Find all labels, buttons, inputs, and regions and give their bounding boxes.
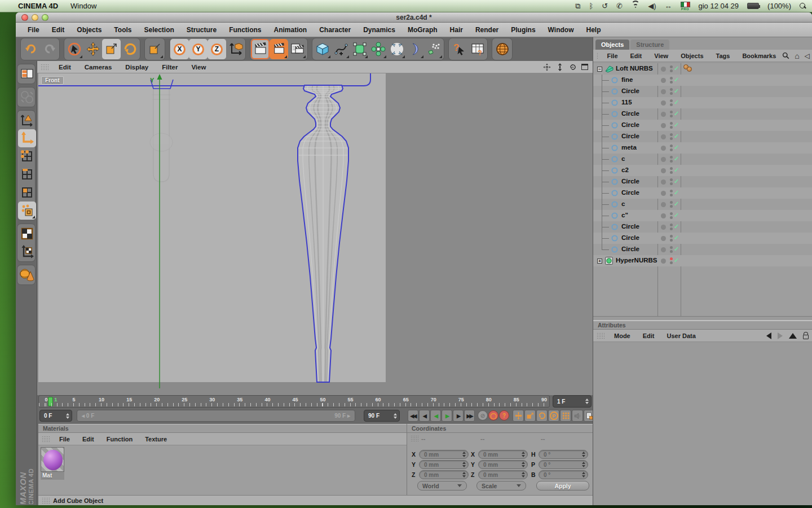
editor-visibility-dot[interactable] — [670, 190, 673, 192]
object-label[interactable]: meta — [621, 144, 637, 151]
layer-dot[interactable] — [661, 134, 666, 139]
object-label[interactable]: Circle — [621, 234, 639, 241]
layer-dot[interactable] — [661, 100, 666, 106]
volume-icon[interactable]: ◀) — [648, 2, 656, 10]
menu-help[interactable]: Help — [580, 26, 607, 34]
render-visibility-dot[interactable] — [670, 171, 673, 174]
add-nurbs-button[interactable] — [350, 39, 369, 59]
viewport-view-label[interactable]: Front — [41, 76, 64, 85]
layer-dot[interactable] — [661, 247, 666, 252]
enabled-check-icon[interactable]: ✓ — [674, 110, 679, 117]
home-icon[interactable]: ⌂ — [795, 51, 799, 60]
object-row-hypernurbs[interactable]: +HyperNURBS✓ — [593, 255, 812, 266]
key-pla-button[interactable] — [560, 410, 571, 422]
apply-button[interactable]: Apply — [536, 481, 589, 491]
enabled-check-icon[interactable]: ✓ — [674, 76, 679, 84]
layer-dot[interactable] — [661, 123, 666, 128]
rotation-b-field[interactable]: 0 ° — [539, 470, 588, 479]
enabled-check-icon[interactable]: ✓ — [674, 167, 679, 174]
time-machine-icon[interactable]: ↺ — [602, 2, 608, 10]
object-label[interactable]: Circle — [621, 246, 639, 252]
move-tool-button[interactable] — [83, 39, 102, 59]
scale-z-field[interactable]: 0 mm — [478, 470, 528, 479]
render-visibility-dot[interactable] — [670, 103, 673, 106]
menu-file[interactable]: File — [21, 26, 46, 34]
editor-visibility-dot[interactable] — [670, 178, 673, 181]
menu-window[interactable]: Window — [542, 26, 580, 34]
object-tag-icon[interactable] — [687, 67, 692, 72]
timeline-ruler[interactable]: 0151015202530354045505560657075808590 — [38, 395, 550, 408]
editor-visibility-dot[interactable] — [670, 257, 673, 260]
enabled-check-icon[interactable]: ✓ — [674, 178, 679, 185]
coordinate-system-dropdown[interactable]: World — [417, 481, 467, 491]
object-label[interactable]: c" — [621, 212, 628, 218]
menubar-item-window[interactable]: Window — [70, 2, 96, 10]
object-row-circle[interactable]: Circle✓ — [593, 233, 812, 244]
render-visibility-dot[interactable] — [670, 126, 673, 129]
attributes-menu-edit[interactable]: Edit — [637, 332, 661, 339]
editor-visibility-dot[interactable] — [670, 111, 673, 113]
object-row-circle[interactable]: Circle✓ — [593, 187, 812, 199]
coordinate-system-button[interactable] — [226, 39, 245, 59]
objects-menu-objects[interactable]: Objects — [674, 52, 709, 59]
viewport-maximize-icon[interactable] — [581, 64, 588, 70]
add-particles-button[interactable] — [387, 39, 406, 59]
object-row-meta[interactable]: meta✓ — [593, 142, 812, 154]
rotation-h-field[interactable]: 0 ° — [539, 450, 588, 459]
object-row-circle[interactable]: Circle✓ — [593, 131, 812, 142]
lock-x-axis-button[interactable]: X — [170, 39, 189, 59]
layer-dot[interactable] — [661, 225, 666, 230]
object-row-c-[interactable]: c"✓ — [593, 210, 812, 221]
add-deformer-button[interactable] — [406, 39, 425, 59]
layer-dot[interactable] — [661, 78, 666, 83]
editor-visibility-dot[interactable] — [670, 99, 673, 102]
battery-icon[interactable] — [747, 3, 759, 9]
enabled-check-icon[interactable]: ✓ — [674, 87, 679, 95]
add-modeling-object-button[interactable] — [369, 39, 387, 59]
enabled-check-icon[interactable]: ✓ — [674, 189, 679, 196]
rotate-tool-button[interactable] — [121, 39, 139, 59]
history-back-icon[interactable] — [766, 332, 771, 339]
viewport-menu-filter[interactable]: Filter — [155, 64, 184, 71]
objects-menu-bookmarks[interactable]: Bookmarks — [736, 52, 782, 59]
help-button[interactable]: ? — [449, 39, 468, 59]
undo-button[interactable] — [21, 39, 40, 59]
tab-objects[interactable]: Objects — [595, 40, 629, 50]
previous-frame-button[interactable]: ◀ — [419, 410, 430, 422]
live-selection-button[interactable] — [65, 39, 83, 59]
render-picture-viewer-button[interactable] — [270, 39, 288, 59]
object-label[interactable]: Circle — [621, 110, 639, 117]
add-spline-button[interactable] — [332, 39, 350, 59]
menu-render[interactable]: Render — [469, 26, 505, 34]
position-x-field[interactable]: 0 mm — [419, 450, 469, 459]
object-label[interactable]: Circle — [621, 87, 639, 94]
record-button[interactable]: ⊘ — [478, 410, 488, 421]
key-scale-button[interactable] — [524, 410, 536, 422]
search-icon[interactable] — [782, 52, 789, 59]
object-axis-mode-button[interactable] — [18, 129, 36, 147]
object-row-circle[interactable]: Circle✓ — [593, 244, 812, 255]
render-visibility-dot[interactable] — [670, 69, 673, 72]
editor-visibility-dot[interactable] — [670, 144, 673, 147]
scale-x-field[interactable]: 0 mm — [478, 450, 528, 459]
menu-selection[interactable]: Selection — [138, 26, 180, 34]
attributes-menu-user-data[interactable]: User Data — [661, 332, 702, 339]
key-position-button[interactable] — [513, 410, 524, 422]
objects-menu-grip[interactable] — [597, 52, 599, 59]
status-bar-grip[interactable] — [42, 497, 51, 504]
editor-visibility-dot[interactable] — [670, 77, 673, 80]
object-label[interactable]: Circle — [621, 189, 639, 196]
add-cube-button[interactable] — [313, 39, 332, 59]
material-item[interactable]: Mat — [41, 447, 64, 480]
menu-plugins[interactable]: Plugins — [505, 26, 541, 34]
texture-mode-button[interactable] — [18, 225, 36, 243]
layer-dot[interactable] — [661, 89, 666, 94]
render-visibility-dot[interactable] — [670, 81, 673, 84]
editor-visibility-dot[interactable] — [670, 246, 673, 249]
object-row-fine[interactable]: fine✓ — [593, 75, 812, 86]
render-visibility-dot[interactable] — [670, 160, 673, 163]
object-label[interactable]: Circle — [621, 133, 639, 139]
enabled-check-icon[interactable]: ✓ — [674, 133, 679, 140]
history-forward-icon[interactable] — [778, 332, 783, 339]
viewport[interactable]: Y Front — [37, 73, 593, 395]
